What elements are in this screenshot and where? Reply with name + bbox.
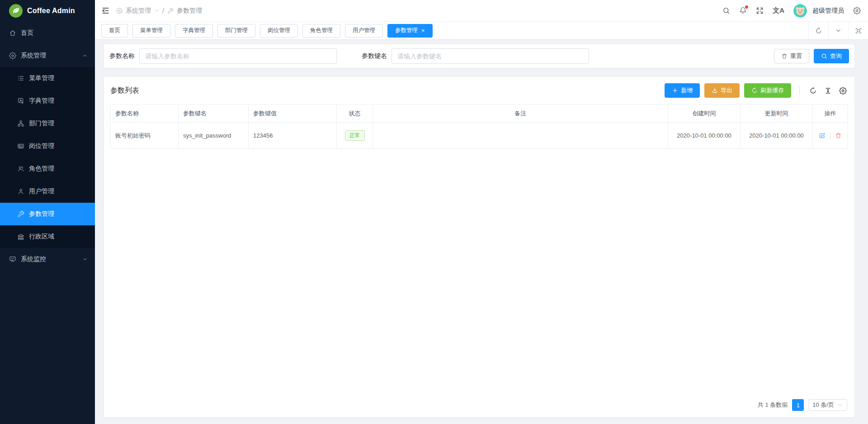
- tab-user-management[interactable]: 用户管理: [345, 24, 383, 38]
- notification-dot: [745, 5, 748, 9]
- tabbar: 首页 菜单管理 字典管理 部门管理 岗位管理 角色管理 用户管理 参数管理 ×: [95, 22, 868, 40]
- table-empty-space: [110, 149, 848, 394]
- param-list-card: 参数列表 新增 导出 刷新缓存: [104, 77, 854, 417]
- sidebar-item-param-management[interactable]: 参数管理: [0, 203, 95, 225]
- search-icon: [821, 53, 827, 59]
- app-root: Coffee Admin 首页 系统管理 菜单管理 字典管理: [0, 0, 868, 424]
- trash-icon: [781, 53, 788, 59]
- tab-menu-management[interactable]: 菜单管理: [132, 24, 170, 38]
- download-icon: [712, 87, 718, 94]
- org-tree-icon: [17, 120, 24, 127]
- delete-icon[interactable]: [835, 132, 842, 139]
- chevron-down-icon: [835, 27, 842, 34]
- sidebar-item-label: 参数管理: [29, 210, 54, 218]
- refresh-cache-button[interactable]: 刷新缓存: [744, 83, 791, 98]
- sidebar-item-label: 系统管理: [21, 52, 46, 60]
- breadcrumb: 系统管理 / 参数管理: [116, 7, 202, 15]
- tab-post-management[interactable]: 岗位管理: [260, 24, 298, 38]
- home-icon: [9, 29, 16, 37]
- table-header-row: 参数名称 参数键名 参数键值 状态 备注 创建时间 更新时间 操作: [111, 105, 848, 123]
- breadcrumb-separator: /: [162, 7, 164, 14]
- export-button[interactable]: 导出: [704, 83, 740, 98]
- sidebar-item-label: 角色管理: [29, 165, 54, 173]
- param-key-field: 参数键名: [362, 48, 589, 64]
- page-button-1[interactable]: 1: [792, 399, 804, 411]
- users-icon: [17, 165, 24, 172]
- tab-maximize-button[interactable]: [848, 22, 868, 39]
- toolbar-divider: [799, 86, 800, 95]
- param-name-input[interactable]: [139, 48, 337, 64]
- fold-icon[interactable]: [101, 6, 110, 15]
- chevron-down-icon: [82, 257, 88, 262]
- sidebar-item-system-monitor[interactable]: 系统监控: [0, 248, 95, 271]
- tab-param-management[interactable]: 参数管理 ×: [387, 24, 433, 38]
- column-header-remark: 备注: [373, 105, 668, 123]
- tab-refresh-button[interactable]: [808, 22, 828, 39]
- content: 参数名称 参数键名 重置 查询: [95, 40, 868, 424]
- add-button[interactable]: 新增: [665, 83, 700, 98]
- query-button[interactable]: 查询: [814, 49, 849, 63]
- sidebar-item-post-management[interactable]: 岗位管理: [0, 135, 95, 157]
- sidebar-item-label: 系统监控: [21, 255, 46, 263]
- gear-icon: [9, 52, 16, 59]
- sidebar-item-user-management[interactable]: 用户管理: [0, 180, 95, 203]
- param-key-input[interactable]: [392, 48, 589, 64]
- sidebar-item-home[interactable]: 首页: [0, 22, 95, 44]
- monitor-icon: [9, 256, 16, 263]
- sidebar-item-system-management[interactable]: 系统管理: [0, 44, 95, 67]
- search-icon[interactable]: [722, 7, 730, 14]
- toolbar-refresh-button[interactable]: [808, 87, 818, 95]
- tab-home[interactable]: 首页: [101, 24, 128, 38]
- fullscreen-icon[interactable]: [756, 7, 764, 14]
- topbar: 系统管理 / 参数管理 文A 超级管理员: [95, 0, 868, 22]
- sidebar-item-label: 用户管理: [29, 187, 54, 195]
- cell-remark: [373, 123, 668, 149]
- wrench-icon: [17, 210, 24, 218]
- sidebar-item-dict-management[interactable]: 字典管理: [0, 90, 95, 112]
- breadcrumb-page: 参数管理: [177, 7, 202, 15]
- edit-icon[interactable]: [819, 132, 826, 139]
- param-name-field: 参数名称: [109, 48, 337, 64]
- tab-dict-management[interactable]: 字典管理: [175, 24, 213, 38]
- app-title: Coffee Admin: [27, 7, 75, 15]
- translate-icon[interactable]: 文A: [773, 6, 784, 15]
- bank-icon: [17, 233, 24, 240]
- toolbar-settings-button[interactable]: [838, 87, 848, 95]
- sidebar-item-menu-management[interactable]: 菜单管理: [0, 67, 95, 90]
- avatar[interactable]: [793, 4, 807, 18]
- status-badge: 正常: [345, 130, 365, 141]
- cell-updated-at: 2020-10-01 00:00:00: [741, 123, 813, 149]
- refresh-icon: [809, 87, 817, 95]
- settings-gear-icon[interactable]: [853, 7, 861, 14]
- table-row: 账号初始密码 sys_init_password 123456 正常 2020-…: [111, 123, 848, 149]
- toolbar-density-button[interactable]: [823, 87, 833, 95]
- notification-button[interactable]: [739, 7, 747, 14]
- sidebar-item-dept-management[interactable]: 部门管理: [0, 112, 95, 135]
- sidebar-item-role-management[interactable]: 角色管理: [0, 157, 95, 180]
- breadcrumb-section[interactable]: 系统管理: [126, 7, 151, 15]
- cell-actions: [813, 123, 848, 149]
- cell-param-value: 123456: [249, 123, 337, 149]
- chevron-down-icon: [838, 402, 843, 408]
- cell-param-name: 账号初始密码: [111, 123, 179, 149]
- tab-dropdown-button[interactable]: [828, 22, 848, 39]
- dictionary-icon: [17, 97, 24, 105]
- tab-role-management[interactable]: 角色管理: [302, 24, 340, 38]
- page-size-select[interactable]: 10 条/页: [808, 399, 847, 411]
- main-area: 系统管理 / 参数管理 文A 超级管理员: [95, 0, 868, 424]
- tab-dept-management[interactable]: 部门管理: [217, 24, 255, 38]
- column-header-status: 状态: [337, 105, 373, 123]
- sidebar-item-admin-region[interactable]: 行政区域: [0, 225, 95, 248]
- reset-button[interactable]: 重置: [774, 49, 809, 63]
- close-icon[interactable]: ×: [421, 28, 425, 33]
- param-table: 参数名称 参数键名 参数键值 状态 备注 创建时间 更新时间 操作 账号初始密码: [110, 104, 848, 149]
- tabbar-tools: [808, 22, 868, 39]
- total-count: 共 1 条数据: [758, 401, 788, 409]
- user-name[interactable]: 超级管理员: [812, 7, 844, 15]
- sidebar-item-label: 首页: [21, 29, 33, 37]
- refresh-icon: [751, 87, 758, 94]
- gear-icon: [839, 87, 847, 95]
- refresh-icon: [815, 27, 822, 34]
- id-card-icon: [17, 143, 24, 150]
- param-name-label: 参数名称: [109, 52, 135, 60]
